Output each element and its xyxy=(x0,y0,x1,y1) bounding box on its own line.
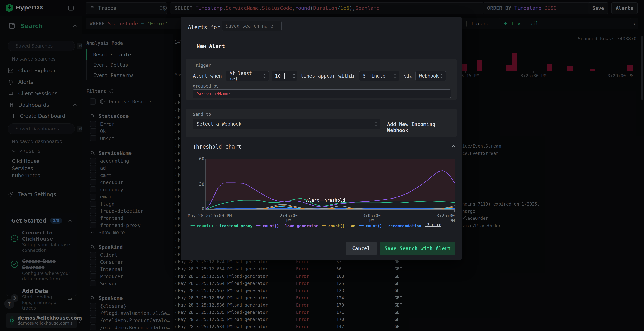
chevron-select-icon xyxy=(394,74,396,78)
alert-threshold-label: Alert Threshold xyxy=(306,198,345,203)
active-tab-indicator xyxy=(188,54,230,55)
channel-select[interactable]: Webhook xyxy=(416,71,446,81)
threshold-value: 10 xyxy=(272,71,290,81)
lines-appear-within-label: lines appear within xyxy=(300,71,356,81)
group-by-input[interactable]: ServiceName xyxy=(193,89,451,98)
send-to-card: Send to Select a Webhook Add New Incomin… xyxy=(186,109,456,137)
plus-icon: + xyxy=(190,43,194,49)
legend-swatch xyxy=(190,225,195,226)
alert-modal: Alerts for + New Alert Trigger Alert whe… xyxy=(181,17,462,260)
webhook-select[interactable]: Select a Webhook xyxy=(193,119,380,129)
threshold-chart-title: Threshold chart xyxy=(193,144,241,150)
y-axis-tick: 30 xyxy=(197,182,204,187)
via-label: via xyxy=(404,71,413,81)
grouped-by-label: grouped by xyxy=(193,84,219,89)
y-axis-tick: 60 xyxy=(197,156,204,161)
text-cursor xyxy=(284,73,284,79)
add-webhook-button[interactable]: Add New Incoming Webhook xyxy=(387,122,456,133)
chevron-select-icon xyxy=(374,122,378,126)
legend-item[interactable]: count()·ad xyxy=(322,224,356,228)
send-to-label: Send to xyxy=(193,112,211,117)
legend-swatch xyxy=(322,225,326,226)
x-axis-tick: May 28 2:25:00 PM xyxy=(188,213,232,218)
legend-item[interactable]: count()·frontend-proxy xyxy=(190,224,252,228)
number-stepper[interactable] xyxy=(290,71,297,81)
alert-when-label: Alert when xyxy=(193,71,222,81)
tab-new-alert[interactable]: + New Alert xyxy=(190,43,225,49)
trigger-card: Trigger Alert when At least (≥) 10 lines… xyxy=(186,59,456,100)
legend-item[interactable]: count()·load-generator xyxy=(256,224,318,228)
collapse-section-icon[interactable] xyxy=(451,145,456,148)
legend-item[interactable]: count()·recommendation xyxy=(359,224,421,228)
threshold-value-input[interactable]: 10 xyxy=(272,71,297,81)
window-select[interactable]: 5 minute xyxy=(359,71,399,81)
y-axis-tick: 0 xyxy=(197,206,204,211)
legend-swatch xyxy=(256,225,261,226)
modal-title: Alerts for xyxy=(188,24,220,30)
series-line-countload-generator xyxy=(206,171,455,209)
cancel-button[interactable]: Cancel xyxy=(346,242,376,255)
stepper-down-icon[interactable] xyxy=(292,77,295,78)
legend-more-button[interactable]: +3 more xyxy=(425,223,442,227)
chevron-select-icon xyxy=(440,74,443,78)
trigger-title: Trigger xyxy=(193,63,211,68)
stepper-up-icon[interactable] xyxy=(292,73,295,75)
chart-legend: count()·frontend-proxycount()·load-gener… xyxy=(190,221,455,228)
legend-swatch xyxy=(359,225,364,226)
condition-select[interactable]: At least (≥) xyxy=(226,71,269,81)
saved-search-name-input[interactable] xyxy=(222,21,282,31)
save-search-with-alert-button[interactable]: Save Search with Alert xyxy=(380,242,456,255)
chevron-select-icon xyxy=(263,74,266,78)
